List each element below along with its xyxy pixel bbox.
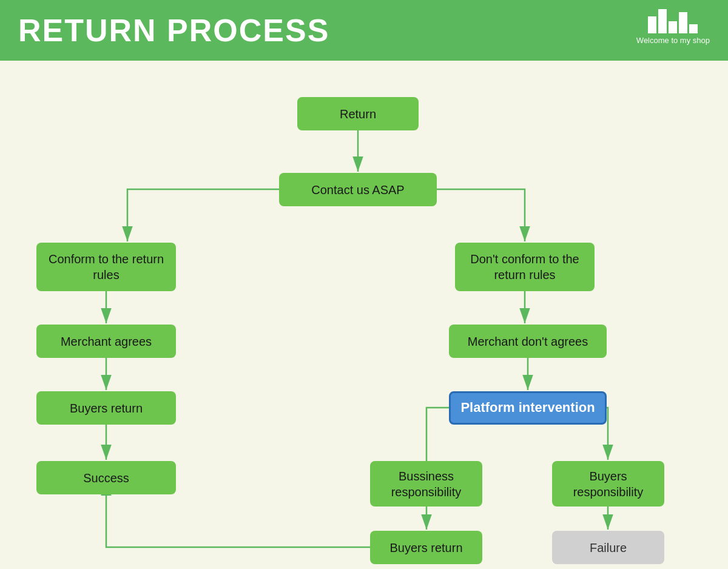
logo-buildings [648,9,698,33]
header: RETURN PROCESS Welcome to my shop [0,0,728,61]
node-bussiness: Bussiness responsibility [370,461,482,507]
building-4 [679,12,687,33]
node-success: Success [36,461,176,494]
logo-area: Welcome to my shop [636,9,710,45]
node-merchant-agrees: Merchant agrees [36,325,176,358]
node-dont-conform: Don't conform to the return rules [455,243,595,291]
node-contact: Contact us ASAP [279,173,437,206]
node-buyers-responsibility: Buyers responsibility [552,461,664,507]
node-platform: Platform intervention [449,391,607,425]
building-2 [658,9,667,33]
node-failure: Failure [552,531,664,564]
node-buyers-return-mid: Buyers return [370,531,482,564]
flowchart: Return Contact us ASAP Conform to the re… [0,61,728,569]
node-merchant-dont: Merchant don't agrees [449,325,607,358]
building-1 [648,16,656,33]
building-3 [669,21,677,33]
node-return: Return [297,97,419,130]
node-buyers-return-left: Buyers return [36,391,176,425]
logo-text: Welcome to my shop [636,36,710,45]
node-conform: Conform to the return rules [36,243,176,291]
header-title: RETURN PROCESS [18,12,329,49]
building-5 [689,24,698,33]
